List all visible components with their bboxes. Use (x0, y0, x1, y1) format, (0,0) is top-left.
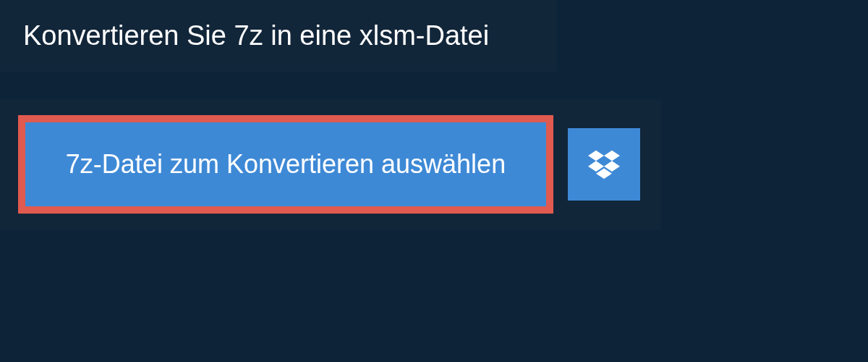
page-title: Konvertieren Sie 7z in eine xlsm-Datei (0, 0, 557, 72)
page-title-text: Konvertieren Sie 7z in eine xlsm-Datei (23, 20, 489, 51)
select-file-highlight: 7z-Datei zum Konvertieren auswählen (18, 115, 553, 214)
dropbox-icon (588, 148, 620, 182)
dropbox-button[interactable] (568, 128, 640, 201)
select-file-label: 7z-Datei zum Konvertieren auswählen (66, 149, 506, 180)
select-file-button[interactable]: 7z-Datei zum Konvertieren auswählen (25, 122, 546, 206)
action-panel: 7z-Datei zum Konvertieren auswählen (0, 99, 661, 230)
